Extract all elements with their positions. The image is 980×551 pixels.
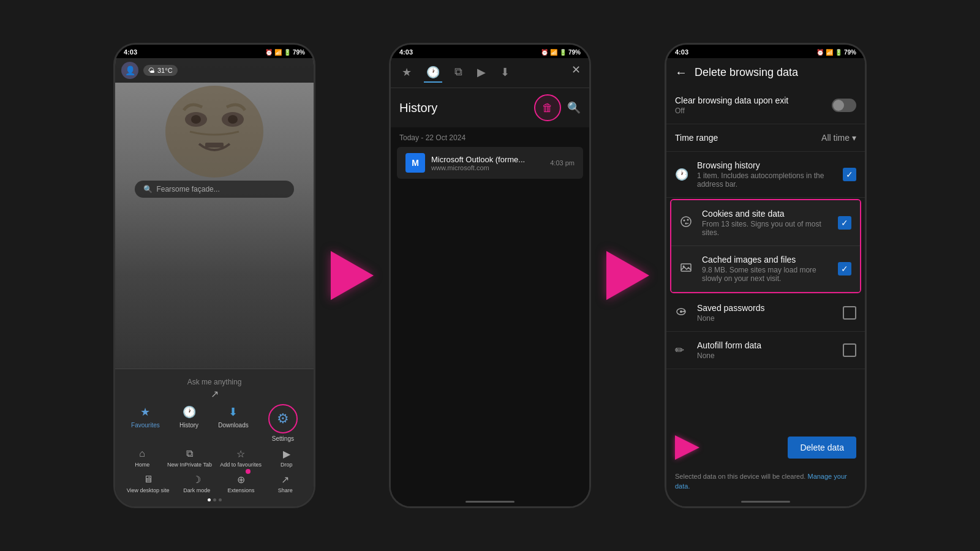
cached-checkbox[interactable] (838, 262, 851, 276)
settings-label: Settings (272, 435, 294, 442)
trash-delete-btn[interactable]: 🗑 (534, 94, 561, 121)
battery-icon-2: 🔋 (559, 49, 567, 56)
search-icon-browser: 🔍 (143, 185, 153, 193)
header-actions: 🗑 🔍 (534, 94, 581, 121)
menu-item-favourites[interactable]: ★ Favourites (131, 404, 160, 442)
add-fav-icon: ☆ (234, 447, 247, 460)
menu-item-add-favourites[interactable]: ☆ Add to favourites (220, 447, 262, 468)
cached-icon (680, 261, 695, 277)
clear-on-exit-item[interactable]: Clear browsing data upon exit Off (666, 87, 865, 124)
arrow-1 (331, 251, 374, 300)
browsing-history-checkbox[interactable] (843, 168, 856, 181)
browsing-history-item[interactable]: 🕐 Browsing history 1 item. Includes auto… (666, 152, 865, 198)
autofill-text: Autofill form data None (697, 340, 835, 360)
tab-icon-tabs[interactable]: ⧉ (452, 63, 465, 83)
svg-point-0 (165, 86, 263, 178)
battery-icon: 🔋 (284, 49, 291, 56)
status-icons-1: ⏰ 📶 🔋 79% (265, 49, 305, 56)
menu-item-share[interactable]: ↗ Share (268, 473, 302, 493)
phone3: 4:03 ⏰ 📶 🔋 79% ← Delete browsing data (665, 43, 867, 508)
autofill-icon: ✏ (675, 343, 690, 357)
cookies-label: Cookies and site data (702, 209, 831, 219)
cookies-text: Cookies and site data From 13 sites. Sig… (702, 209, 831, 237)
time-range-item[interactable]: Time range All time ▾ (666, 124, 865, 152)
favicon: M (405, 153, 425, 173)
weather-badge: 🌤 31°C (143, 65, 178, 76)
dark-mode-label: Dark mode (183, 487, 210, 493)
cookies-item[interactable]: Cookies and site data From 13 sites. Sig… (671, 200, 860, 246)
saved-passwords-item[interactable]: Saved passwords None (666, 294, 865, 332)
tab-icon-history[interactable]: 🕐 (424, 63, 442, 83)
autofill-checkbox[interactable] (843, 343, 856, 357)
saved-passwords-desc: None (697, 314, 835, 323)
cached-item[interactable]: Cached images and files 9.8 MB. Some sit… (671, 246, 860, 292)
saved-passwords-icon (675, 305, 690, 321)
tab-icon-send[interactable]: ▶ (475, 63, 488, 83)
menu-item-desktop[interactable]: 🖥 View desktop site (127, 473, 170, 493)
cookies-icon (680, 216, 695, 231)
profile-icon[interactable]: 👤 (121, 62, 138, 79)
arrow-delete-area (675, 435, 782, 460)
dot-2 (213, 498, 216, 501)
arrow-delete-inline (675, 435, 699, 460)
clear-on-exit-label: Clear browsing data upon exit (675, 96, 824, 105)
cached-text: Cached images and files 9.8 MB. Some sit… (702, 255, 831, 283)
saved-passwords-text: Saved passwords None (697, 303, 835, 323)
menu-item-downloads[interactable]: ⬇ Downloads (218, 404, 248, 442)
battery-pct-2: 79% (568, 49, 581, 56)
nav-indicator-3 (741, 501, 790, 503)
delete-page-title: Delete browsing data (695, 66, 798, 79)
wifi-icon-2: 📶 (550, 49, 557, 56)
menu-row-2: ⌂ Home ⧉ New InPrivate Tab ☆ Add to favo… (115, 444, 314, 470)
saved-passwords-checkbox[interactable] (843, 306, 856, 320)
menu-item-drop[interactable]: ▶ Drop (270, 447, 303, 468)
history-item[interactable]: M Microsoft Outlook (forme... www.micros… (397, 147, 583, 179)
clear-on-exit-toggle[interactable] (832, 99, 856, 112)
menu-item-home[interactable]: ⌂ Home (126, 447, 159, 468)
menu-item-extensions[interactable]: ⊕ Extensions (224, 473, 258, 493)
history-label: History (179, 422, 198, 429)
menu-item-history[interactable]: 🕐 History (179, 404, 198, 442)
clear-on-exit-text: Clear browsing data upon exit Off (675, 96, 824, 115)
phone1: 4:03 ⏰ 📶 🔋 79% 👤 🌤 31°C (113, 43, 315, 508)
status-icons-2: ⏰ 📶 🔋 79% (541, 49, 581, 56)
new-inprivate-label: New InPrivate Tab (167, 462, 212, 468)
history-item-time: 4:03 pm (550, 159, 575, 167)
chevron-down-icon: ▾ (852, 133, 856, 143)
alarm-icon-3: ⏰ (816, 49, 824, 56)
back-button[interactable]: ← (675, 66, 687, 80)
status-icons-3: ⏰ 📶 🔋 79% (816, 49, 856, 56)
main-container: 4:03 ⏰ 📶 🔋 79% 👤 🌤 31°C (0, 0, 980, 551)
cookies-checkbox[interactable] (838, 216, 851, 230)
tab-icon-star[interactable]: ★ (399, 63, 414, 83)
svg-point-8 (687, 219, 689, 220)
favourites-label: Favourites (131, 422, 160, 429)
drop-label: Drop (281, 462, 293, 468)
alarm-icon-2: ⏰ (541, 49, 548, 56)
tab-close-icon[interactable]: ✕ (571, 63, 581, 83)
tab-icon-download[interactable]: ⬇ (498, 63, 512, 83)
battery-icon-3: 🔋 (835, 49, 842, 56)
page-indicators (115, 496, 314, 503)
nav-bar-2 (391, 497, 589, 506)
autofill-item[interactable]: ✏ Autofill form data None (666, 332, 865, 369)
nav-indicator-2 (466, 501, 514, 503)
menu-item-settings[interactable]: ⚙ Settings (268, 404, 298, 442)
empty-history-area (391, 180, 589, 497)
toggle-knob (833, 100, 844, 111)
menu-item-new-inprivate[interactable]: ⧉ New InPrivate Tab (167, 447, 212, 468)
browsing-history-text: Browsing history 1 item. Includes autoco… (697, 160, 835, 189)
delete-data-button[interactable]: Delete data (788, 437, 856, 459)
search-history-icon[interactable]: 🔍 (567, 101, 581, 114)
menu-item-dark-mode[interactable]: ☽ Dark mode (180, 473, 214, 493)
browsing-history-label: Browsing history (697, 160, 835, 170)
history-item-title: Microsoft Outlook (forme... (431, 155, 544, 164)
time-2: 4:03 (399, 48, 413, 56)
share-icon: ↗ (279, 473, 292, 486)
add-fav-label: Add to favourites (220, 462, 262, 468)
autofill-label: Autofill form data (697, 340, 835, 350)
svg-point-9 (685, 222, 687, 224)
clear-on-exit-value: Off (675, 107, 824, 115)
status-bar-1: 4:03 ⏰ 📶 🔋 79% (115, 45, 314, 58)
svg-point-10 (687, 223, 688, 224)
